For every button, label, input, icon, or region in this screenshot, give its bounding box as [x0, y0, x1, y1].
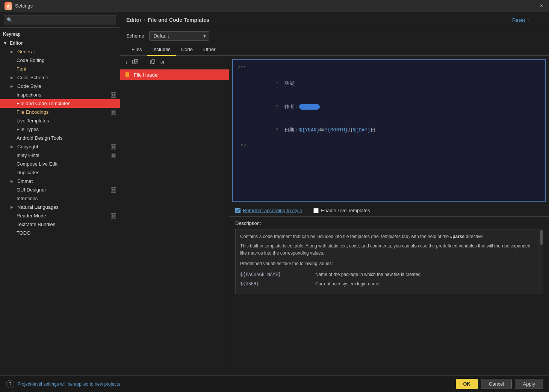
sidebar-item-android-design-tools[interactable]: Android Design Tools	[0, 134, 120, 142]
code-line-5: */	[237, 142, 541, 150]
sidebar-item-color-scheme[interactable]: ▶ Color Scheme	[0, 73, 120, 82]
live-templates-checkbox[interactable]	[313, 208, 319, 213]
sidebar-item-file-encodings[interactable]: File Encodings □	[0, 108, 120, 116]
forward-button[interactable]: →	[537, 17, 543, 23]
live-templates-checkbox-label[interactable]: Enable Live Templates	[313, 208, 370, 213]
sidebar-item-code-editing[interactable]: Code Editing	[0, 56, 120, 65]
desc-paragraph-1: Contains a code fragment that can be inc…	[240, 233, 535, 240]
android-design-tools-label: Android Design Tools	[17, 135, 63, 141]
desc-var-row-2: ${USER} Current user system login name	[240, 280, 535, 288]
breadcrumb-parent: Editor	[126, 17, 141, 23]
sidebar-item-code-style[interactable]: ▶ Code Style	[0, 82, 120, 90]
sidebar-item-editor[interactable]: ▼ Editor	[0, 38, 120, 47]
sidebar-item-compose-live-edit[interactable]: Compose Live Edit	[0, 160, 120, 168]
duplicates-label: Duplicates	[17, 170, 39, 175]
description-title: Description:	[235, 220, 543, 226]
scheme-select-wrapper: Default Project	[149, 31, 209, 41]
code-func: 功能	[284, 81, 294, 86]
live-templates-label: Live Templates	[17, 118, 49, 124]
sidebar-item-intentions[interactable]: Intentions	[0, 194, 120, 203]
search-bar: 🔍	[0, 12, 120, 28]
add-template-button[interactable]: +	[123, 59, 129, 66]
desc-paragraph-3: Predefined variables take the following …	[240, 260, 535, 267]
remove-template-button[interactable]: −	[141, 59, 147, 66]
reset-button[interactable]: Reset	[512, 17, 525, 23]
reformat-checkbox-label[interactable]: Reformat according to style	[235, 208, 302, 213]
desc-var-desc-2: Current user system login name	[315, 280, 379, 288]
ok-button[interactable]: OK	[456, 379, 478, 389]
desc-scrollbar[interactable]	[540, 229, 543, 294]
desc-paragraph-2: This built-in template is editable. Alon…	[240, 243, 535, 257]
bottom-bar: ? Project-level settings will be applied…	[0, 375, 549, 392]
code-editor[interactable]: /** * 功能 * 作者： * 日期：${YEAR}年${MONTH}月${D…	[232, 59, 546, 202]
svg-rect-5	[152, 60, 155, 63]
tab-code[interactable]: Code	[176, 44, 198, 56]
search-input[interactable]	[4, 15, 116, 24]
sidebar-item-file-and-code-templates[interactable]: File and Code Templates	[0, 99, 120, 108]
sidebar-item-natural-languages[interactable]: ▶ Natural Languages	[0, 203, 120, 211]
search-icon: 🔍	[7, 17, 12, 23]
sidebar-item-inlay-hints[interactable]: Inlay Hints □	[0, 151, 120, 160]
code-line-3: * 作者：	[237, 95, 541, 119]
sidebar-item-gui-designer[interactable]: GUI Designer □	[0, 185, 120, 194]
live-templates-label: Enable Live Templates	[321, 208, 370, 213]
file-types-label: File Types	[17, 127, 39, 132]
code-line-2: * 功能	[237, 72, 541, 95]
sidebar-item-todo[interactable]: TODO	[0, 229, 120, 237]
cancel-button[interactable]: Cancel	[481, 379, 512, 389]
window-title: Settings	[15, 3, 33, 9]
code-asterisk-3: *	[273, 104, 284, 110]
search-wrapper: 🔍	[4, 15, 116, 24]
sidebar-item-inspections[interactable]: Inspections □	[0, 90, 120, 99]
reader-mode-badge: □	[111, 213, 116, 219]
svg-rect-9	[126, 75, 128, 75]
content-area: Editor › File and Code Templates Reset ←…	[120, 12, 549, 375]
todo-label: TODO	[17, 230, 30, 236]
add-subgroup-button[interactable]	[131, 58, 140, 67]
copy-template-button[interactable]	[149, 59, 157, 66]
sidebar-item-reader-mode[interactable]: Reader Mode □	[0, 211, 120, 220]
file-code-templates-label: File and Code Templates	[17, 101, 71, 106]
file-encodings-badge: □	[111, 110, 116, 115]
sidebar-item-font[interactable]: Font	[0, 65, 120, 73]
breadcrumb-current: File and Code Templates	[148, 17, 209, 23]
description-section: Description: Contains a code fragment th…	[229, 216, 549, 298]
back-button[interactable]: ←	[528, 17, 534, 23]
description-box: Contains a code fragment that can be inc…	[235, 229, 540, 294]
sidebar-item-textmate-bundles[interactable]: TextMate Bundles	[0, 220, 120, 229]
sidebar-item-emmet[interactable]: ▶ Emmet	[0, 177, 120, 185]
reader-mode-label: Reader Mode	[17, 213, 46, 219]
apply-button[interactable]: Apply	[515, 379, 543, 389]
code-year-var: ${YEAR}	[299, 127, 320, 133]
sidebar-item-keymap[interactable]: Keymap	[0, 29, 120, 38]
close-button[interactable]: ✕	[538, 3, 544, 9]
template-item-file-header[interactable]: File Header	[120, 69, 229, 80]
main-layout: 🔍 Keymap ▼ Editor ▶ General Code Editing	[0, 12, 549, 375]
reformat-checkbox[interactable]	[235, 208, 240, 213]
scheme-row: Scheme: Default Project	[120, 28, 549, 44]
options-row: Reformat according to style Enable Live …	[229, 205, 549, 216]
inlay-hints-label: Inlay Hints	[17, 152, 39, 158]
copyright-chevron: ▶	[11, 145, 15, 149]
sidebar-item-general[interactable]: ▶ General	[0, 47, 120, 56]
desc-italic-templates: Templates	[380, 234, 401, 239]
bottom-right: OK Cancel Apply	[456, 379, 543, 389]
sidebar-item-live-templates[interactable]: Live Templates	[0, 116, 120, 125]
tab-files[interactable]: Files	[126, 44, 147, 56]
scheme-label: Scheme:	[126, 33, 145, 39]
desc-var-name-1: ${PACKAGE_NAME}	[240, 271, 308, 278]
color-scheme-chevron: ▶	[11, 75, 15, 80]
sidebar-item-copyright[interactable]: ▶ Copyright □	[0, 142, 120, 151]
code-year-text: 年	[319, 127, 324, 133]
tab-includes[interactable]: Includes	[147, 44, 175, 56]
scheme-select[interactable]: Default Project	[149, 31, 209, 41]
sidebar-item-file-types[interactable]: File Types	[0, 125, 120, 134]
desc-var-table: ${PACKAGE_NAME} Name of the package in w…	[240, 271, 535, 288]
reset-template-button[interactable]: ↺	[159, 59, 166, 66]
breadcrumb: Editor › File and Code Templates	[126, 17, 209, 23]
breadcrumb-bar: Editor › File and Code Templates Reset ←…	[120, 12, 549, 28]
help-button[interactable]: ?	[6, 380, 14, 388]
tab-other[interactable]: Other	[198, 44, 221, 56]
copyright-label: Copyright	[17, 144, 38, 149]
sidebar-item-duplicates[interactable]: Duplicates	[0, 168, 120, 177]
